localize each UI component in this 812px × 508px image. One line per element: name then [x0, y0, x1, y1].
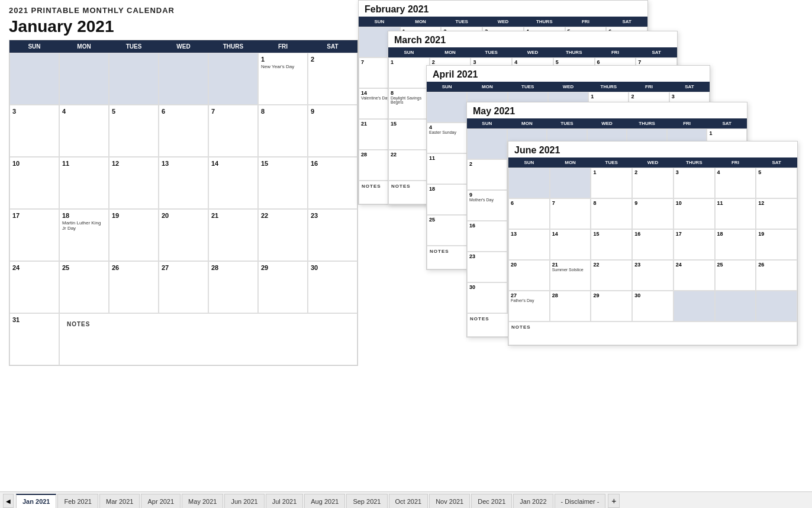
day-number: 31 [12, 316, 56, 323]
list-item: 25 [715, 260, 756, 291]
list-item: 12 [756, 198, 797, 229]
header-cell: FRI [565, 17, 607, 27]
list-item [550, 168, 591, 198]
feb-title: February 2021 [359, 1, 647, 17]
header-cell: MON [507, 118, 547, 128]
header-cell: SUN [427, 82, 467, 92]
header-cell: TUES [547, 118, 587, 128]
day-number: 9 [311, 108, 355, 115]
table-row: 17 [9, 209, 59, 261]
tab-label: Jan 2022 [520, 498, 546, 505]
tab-jan-2022[interactable]: Jan 2022 [513, 494, 553, 508]
apr-header: SUN MON TUES WED THURS FRI SAT [427, 82, 710, 92]
list-item: 4 [715, 168, 756, 198]
tab-oct-2021[interactable]: Oct 2021 [389, 494, 428, 508]
tab-label: - Disclaimer - [561, 498, 600, 505]
table-row: 5 [109, 105, 159, 157]
list-item: 4Easter Sunday [427, 123, 467, 153]
day-number: 11 [62, 160, 106, 167]
day-number: 6 [162, 108, 205, 115]
may-title: May 2021 [467, 102, 747, 118]
day-number: 4 [62, 108, 106, 115]
table-row: 1 New Year's Day [258, 53, 308, 105]
header-tues: TUES [109, 40, 159, 53]
list-item: 3 [674, 168, 715, 198]
header-cell: SUN [467, 118, 507, 128]
tab-jul-2021[interactable]: Jul 2021 [266, 494, 304, 508]
calendar-header: SUN MON TUES WED THURS FRI SAT [9, 40, 357, 53]
list-item: 19 [756, 229, 797, 260]
tab-nav-prev[interactable]: ◀ [3, 494, 14, 508]
day-number: 2 [311, 56, 355, 63]
stacked-calendars-area: February 2021 SUN MON TUES WED THURS FRI… [349, 0, 812, 486]
tab-add-button[interactable]: + [608, 494, 620, 508]
day-number: 7 [211, 108, 255, 115]
list-item: 23 [632, 260, 674, 291]
day-number: 10 [12, 160, 56, 167]
list-item: 1 [388, 57, 430, 88]
list-item: 24 [674, 260, 715, 291]
tab-disclaimer[interactable]: - Disclaimer - [555, 494, 606, 508]
list-item: 10 [674, 198, 715, 229]
tab-label: Jan 2021 [22, 498, 50, 505]
header-wed: WED [159, 40, 208, 53]
tab-mar-2021[interactable]: Mar 2021 [99, 494, 140, 508]
header-cell: WED [587, 118, 627, 128]
header-cell: SAT [606, 17, 647, 27]
tab-nov-2021[interactable]: Nov 2021 [429, 494, 470, 508]
table-row: 19 [109, 209, 159, 261]
list-item: 8 [591, 198, 632, 229]
tab-sep-2021[interactable]: Sep 2021 [346, 494, 387, 508]
tab-dec-2021[interactable]: Dec 2021 [471, 494, 512, 508]
header-cell: TUES [508, 82, 548, 92]
table-row [109, 53, 159, 105]
list-item: 16 [632, 229, 674, 260]
header-cell: MON [400, 17, 442, 27]
table-row: 12 [109, 157, 159, 209]
list-item: 15 [591, 229, 632, 260]
list-item: 30 [632, 291, 674, 321]
list-item: 11 [427, 153, 467, 184]
day-number: 16 [311, 160, 355, 167]
list-item: 22 [591, 260, 632, 291]
table-row: 13 [159, 157, 208, 209]
list-item: 8Daylight Savings Begins [388, 88, 430, 119]
table-row: 10 [9, 157, 59, 209]
header-cell: THURS [553, 47, 595, 57]
day-number: 14 [211, 160, 255, 167]
header-cell: MON [550, 157, 591, 168]
tab-jan-2021[interactable]: Jan 2021 [16, 494, 56, 508]
mar-title: March 2021 [388, 31, 677, 47]
tab-apr-2021[interactable]: Apr 2021 [141, 494, 181, 508]
header-fri: FRI [258, 40, 308, 53]
holiday-label: Martin Luther King Jr Day [62, 220, 106, 231]
header-cell: WED [512, 47, 553, 57]
table-row: 15 [258, 157, 308, 209]
day-number: 25 [62, 264, 106, 271]
list-item: 17 [674, 229, 715, 260]
tab-jun-2021[interactable]: Jun 2021 [224, 494, 264, 508]
day-number: 29 [261, 264, 305, 271]
tab-aug-2021[interactable]: Aug 2021 [304, 494, 345, 508]
table-row: 25 [59, 261, 109, 313]
header-cell: FRI [629, 82, 669, 92]
table-row: 29 [258, 261, 308, 313]
holiday-label: New Year's Day [261, 64, 305, 69]
day-number: 23 [311, 212, 355, 219]
list-item: 29 [591, 291, 632, 321]
jun-title: June 2021 [508, 142, 797, 157]
june-calendar: June 2021 SUN MON TUES WED THURS FRI SAT… [508, 141, 798, 346]
day-number: 22 [261, 212, 305, 219]
list-item: 23 [467, 252, 507, 282]
list-item: 16 [467, 221, 507, 252]
header-cell: SUN [508, 157, 550, 168]
day-number: 15 [261, 160, 305, 167]
tab-may-2021[interactable]: May 2021 [182, 494, 223, 508]
day-number: 13 [162, 160, 205, 167]
tab-label: Aug 2021 [311, 498, 339, 505]
day-number: 8 [261, 108, 305, 115]
day-number: 3 [12, 108, 56, 115]
tab-feb-2021[interactable]: Feb 2021 [57, 494, 98, 508]
header-cell: FRI [715, 157, 756, 168]
list-item [674, 291, 715, 321]
